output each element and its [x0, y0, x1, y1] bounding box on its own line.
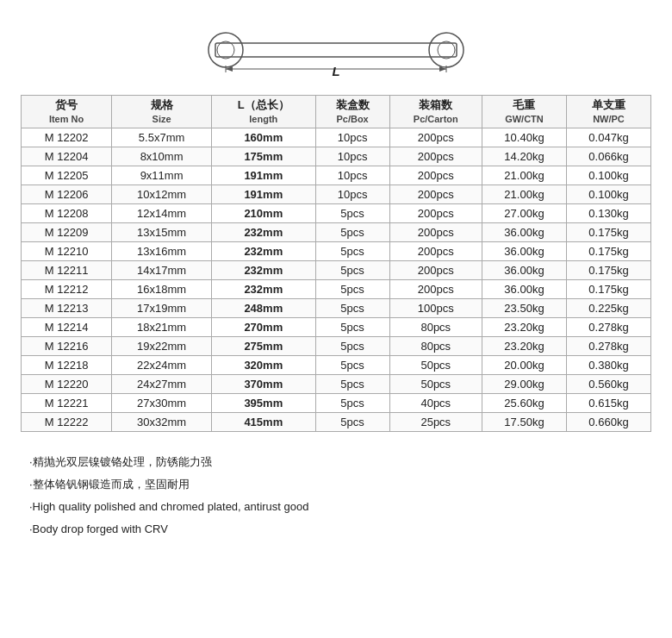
pcbox-cell: 10pcs	[315, 185, 389, 204]
pccarton-cell: 200pcs	[389, 166, 482, 185]
gw-cell: 17.50kg	[482, 413, 566, 432]
size-cell: 14x17mm	[112, 261, 212, 280]
length-cell: 370mm	[212, 375, 316, 394]
item-cell: M 12221	[22, 394, 112, 413]
size-cell: 17x19mm	[112, 299, 212, 318]
length-cell: 275mm	[212, 337, 316, 356]
length-cell: 232mm	[212, 280, 316, 299]
gw-cell: 23.20kg	[482, 337, 566, 356]
item-cell: M 12209	[22, 223, 112, 242]
features-section: ·精抛光双层镍镀铬处理，防锈能力强·整体铬钒钢锻造而成，坚固耐用·High qu…	[21, 446, 651, 546]
length-cell: 270mm	[212, 318, 316, 337]
feature-item: ·Body drop forged with CRV	[29, 518, 643, 541]
pcbox-cell: 5pcs	[315, 280, 389, 299]
nw-cell: 0.175kg	[566, 280, 650, 299]
item-cell: M 12204	[22, 147, 112, 166]
size-cell: 19x22mm	[112, 337, 212, 356]
size-cell: 13x15mm	[112, 223, 212, 242]
gw-cell: 23.20kg	[482, 318, 566, 337]
pcbox-cell: 5pcs	[315, 242, 389, 261]
pccarton-cell: 25pcs	[389, 413, 482, 432]
feature-item: ·精抛光双层镍镀铬处理，防锈能力强	[29, 451, 643, 473]
gw-cell: 36.00kg	[482, 280, 566, 299]
pccarton-cell: 200pcs	[389, 223, 482, 242]
svg-text:L: L	[332, 64, 339, 76]
nw-cell: 0.560kg	[566, 375, 650, 394]
nw-cell: 0.225kg	[566, 299, 650, 318]
length-cell: 320mm	[212, 356, 316, 375]
table-row: M 1220812x14mm210mm5pcs200pcs27.00kg0.13…	[22, 204, 651, 223]
gw-cell: 36.00kg	[482, 261, 566, 280]
gw-cell: 14.20kg	[482, 147, 566, 166]
col-header-pccarton: 装箱数 Pc/Carton	[389, 96, 482, 128]
length-cell: 160mm	[212, 128, 316, 147]
item-cell: M 12206	[22, 185, 112, 204]
pcbox-cell: 10pcs	[315, 147, 389, 166]
table-row: M 1222230x32mm415mm5pcs25pcs17.50kg0.660…	[22, 413, 651, 432]
table-row: M 122059x11mm191mm10pcs200pcs21.00kg0.10…	[22, 166, 651, 185]
col-header-nw: 单支重 NW/PC	[566, 96, 650, 128]
item-cell: M 12222	[22, 413, 112, 432]
svg-point-2	[217, 41, 234, 59]
size-cell: 27x30mm	[112, 394, 212, 413]
pccarton-cell: 50pcs	[389, 375, 482, 394]
pccarton-cell: 80pcs	[389, 318, 482, 337]
pcbox-cell: 5pcs	[315, 356, 389, 375]
wrench-diagram: L	[190, 24, 482, 76]
gw-cell: 36.00kg	[482, 223, 566, 242]
pcbox-cell: 5pcs	[315, 375, 389, 394]
table-row: M 1220610x12mm191mm10pcs200pcs21.00kg0.1…	[22, 185, 651, 204]
table-row: M 1221114x17mm232mm5pcs200pcs36.00kg0.17…	[22, 261, 651, 280]
nw-cell: 0.175kg	[566, 261, 650, 280]
length-cell: 415mm	[212, 413, 316, 432]
col-header-gw: 毛重 GW/CTN	[482, 96, 566, 128]
table-row: M 1221013x16mm232mm5pcs200pcs36.00kg0.17…	[22, 242, 651, 261]
table-row: M 122048x10mm175mm10pcs200pcs14.20kg0.06…	[22, 147, 651, 166]
nw-cell: 0.278kg	[566, 318, 650, 337]
table-row: M 1221317x19mm248mm5pcs100pcs23.50kg0.22…	[22, 299, 651, 318]
pcbox-cell: 5pcs	[315, 394, 389, 413]
nw-cell: 0.100kg	[566, 166, 650, 185]
nw-cell: 0.047kg	[566, 128, 650, 147]
nw-cell: 0.380kg	[566, 356, 650, 375]
length-cell: 210mm	[212, 204, 316, 223]
pccarton-cell: 50pcs	[389, 356, 482, 375]
size-cell: 9x11mm	[112, 166, 212, 185]
item-cell: M 12216	[22, 337, 112, 356]
item-cell: M 12210	[22, 242, 112, 261]
length-cell: 191mm	[212, 166, 316, 185]
svg-rect-0	[215, 43, 457, 57]
nw-cell: 0.615kg	[566, 394, 650, 413]
pcbox-cell: 10pcs	[315, 128, 389, 147]
item-cell: M 12202	[22, 128, 112, 147]
product-table: 货号 Item No 规格 Size L（总长） length 装盒数 Pc/B…	[21, 95, 651, 432]
table-row: M 1222127x30mm395mm5pcs40pcs25.60kg0.615…	[22, 394, 651, 413]
length-cell: 248mm	[212, 299, 316, 318]
svg-point-4	[438, 41, 455, 59]
col-header-item: 货号 Item No	[22, 96, 112, 128]
gw-cell: 27.00kg	[482, 204, 566, 223]
table-header-row: 货号 Item No 规格 Size L（总长） length 装盒数 Pc/B…	[22, 96, 651, 128]
gw-cell: 36.00kg	[482, 242, 566, 261]
col-header-length: L（总长） length	[212, 96, 316, 128]
length-cell: 232mm	[212, 242, 316, 261]
size-cell: 8x10mm	[112, 147, 212, 166]
pcbox-cell: 10pcs	[315, 166, 389, 185]
item-cell: M 12218	[22, 356, 112, 375]
pcbox-cell: 5pcs	[315, 413, 389, 432]
table-row: M 1221619x22mm275mm5pcs80pcs23.20kg0.278…	[22, 337, 651, 356]
length-cell: 191mm	[212, 185, 316, 204]
col-header-pcbox: 装盒数 Pc/Box	[315, 96, 389, 128]
page: L 货号 Item No 规格 Size L（总长） length 装盒数	[0, 0, 672, 561]
gw-cell: 23.50kg	[482, 299, 566, 318]
pcbox-cell: 5pcs	[315, 204, 389, 223]
nw-cell: 0.130kg	[566, 204, 650, 223]
nw-cell: 0.175kg	[566, 223, 650, 242]
nw-cell: 0.278kg	[566, 337, 650, 356]
pcbox-cell: 5pcs	[315, 337, 389, 356]
size-cell: 30x32mm	[112, 413, 212, 432]
gw-cell: 29.00kg	[482, 375, 566, 394]
pccarton-cell: 80pcs	[389, 337, 482, 356]
pccarton-cell: 200pcs	[389, 261, 482, 280]
pcbox-cell: 5pcs	[315, 299, 389, 318]
